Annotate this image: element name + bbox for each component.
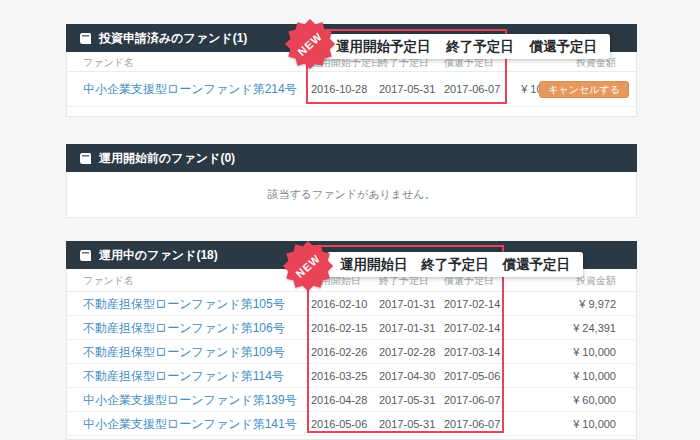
ledger-icon [79,250,92,261]
callout-operating-columns: 運用開始日 終了予定日 償還予定日 [327,252,583,277]
start-date: 2016-10-28 [311,72,367,107]
panel-pre-operation-title: 運用開始前のファンド(0) [99,150,235,167]
end-date: 2017-01-31 [379,292,435,316]
redemption-date: 2017-06-07 [444,72,500,107]
callout-end-label: 終了予定日 [446,38,514,56]
fund-link[interactable]: 不動産担保型ローンファンド第114号 [83,364,284,388]
fund-link[interactable]: 不動産担保型ローンファンド第109号 [83,340,285,364]
table-row: 中小企業支援型ローンファンド第141号 2016-05-06 2017-05-3… [67,412,636,436]
panel-pre-operation-funds: 運用開始前のファンド(0) 該当するファンドがありません。 [66,145,637,218]
new-badge-icon: NEW [282,240,334,292]
callout-end-label: 終了予定日 [421,256,489,274]
column-fund-name: ファンド名 [83,52,134,73]
redemption-date: 2017-03-14 [444,340,500,364]
investment-amount: ¥ 10,000 [573,340,616,364]
start-date: 2016-04-28 [311,388,367,412]
start-date: 2016-03-25 [311,364,367,388]
empty-message: 該当するファンドがありません。 [67,172,636,217]
fund-link[interactable]: 中小企業支援型ローンファンド第214号 [83,72,297,107]
start-date: 2016-02-26 [311,340,367,364]
fund-link[interactable]: 中小企業支援型ローンファンド第139号 [83,388,297,412]
panel-operating-title: 運用中のファンド(18) [99,247,218,264]
end-date: 2017-05-31 [379,388,435,412]
investment-amount: ¥ 9,972 [579,292,616,316]
redemption-date: 2017-02-14 [444,316,500,340]
callout-redemption-label: 償還予定日 [503,256,571,274]
end-date: 2017-05-31 [379,72,435,107]
table-row: 中小企業支援型ローンファンド第214号 2016-10-28 2017-05-3… [67,72,636,107]
column-fund-name: ファンド名 [83,269,134,293]
investment-amount: ¥ 10,000 [573,412,616,436]
cancel-button[interactable]: キャンセルする [539,81,629,98]
start-date: 2016-02-10 [311,292,367,316]
fund-link[interactable]: 不動産担保型ローンファンド第106号 [83,316,285,340]
ledger-icon [79,33,92,44]
fund-link[interactable]: 不動産担保型ローンファンド第105号 [83,292,285,316]
end-date: 2017-02-28 [379,340,435,364]
fund-link[interactable]: 中小企業支援型ローンファンド第141号 [83,412,297,436]
redemption-date: 2017-06-07 [444,388,500,412]
investment-amount: ¥ 60,000 [573,388,616,412]
start-date: 2016-05-06 [311,412,367,436]
start-date: 2016-02-15 [311,316,367,340]
redemption-date: 2017-02-14 [444,292,500,316]
new-badge-icon: NEW [284,18,336,70]
table-row: 中小企業支援型ローンファンド第139号 2016-04-28 2017-05-3… [67,388,636,412]
investment-amount: ¥ 10,000 [573,364,616,388]
callout-applied-columns: 運用開始予定日 終了予定日 償還予定日 [323,34,610,59]
end-date: 2017-04-30 [379,364,435,388]
panel-applied-title: 投資申請済みのファンド(1) [99,30,247,47]
redemption-date: 2017-06-07 [444,412,500,436]
ledger-icon [79,153,92,164]
end-date: 2017-05-31 [379,412,435,436]
end-date: 2017-01-31 [379,316,435,340]
table-row: 不動産担保型ローンファンド第105号 2016-02-10 2017-01-31… [67,292,636,316]
table-row: 不動産担保型ローンファンド第106号 2016-02-15 2017-01-31… [67,316,636,340]
table-row: 不動産担保型ローンファンド第114号 2016-03-25 2017-04-30… [67,364,636,388]
panel-pre-operation-header: 運用開始前のファンド(0) [66,144,637,172]
callout-redemption-label: 償還予定日 [530,38,598,56]
callout-start-label: 運用開始日 [340,256,408,274]
investment-amount: ¥ 24,391 [573,316,616,340]
redemption-date: 2017-05-06 [444,364,500,388]
table-row: 不動産担保型ローンファンド第109号 2016-02-26 2017-02-28… [67,340,636,364]
callout-start-label: 運用開始予定日 [336,38,431,56]
